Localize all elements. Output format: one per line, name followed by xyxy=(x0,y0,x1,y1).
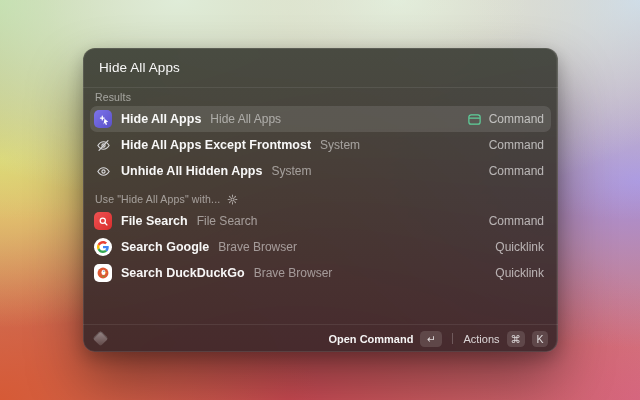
section-header-results: Results xyxy=(90,88,551,106)
result-row-file-search[interactable]: File Search File Search Command xyxy=(90,208,551,234)
google-icon xyxy=(94,238,112,256)
row-subtitle: Brave Browser xyxy=(218,240,297,254)
gear-icon[interactable] xyxy=(227,194,238,205)
row-title: Search DuckDuckGo xyxy=(121,266,245,280)
footer-divider xyxy=(452,333,453,344)
result-row-hide-except-frontmost[interactable]: Hide All Apps Except Frontmost System Co… xyxy=(90,132,551,158)
accessory-label: Quicklink xyxy=(495,240,544,254)
row-title: Unhide All Hidden Apps xyxy=(121,164,262,178)
accessory-label: Quicklink xyxy=(495,266,544,280)
open-command-label: Open Command xyxy=(328,333,413,345)
k-key-icon: K xyxy=(532,331,548,347)
launcher-window: Results Hide All Apps Hide All Apps Comm… xyxy=(83,48,558,352)
section-header-label: Use "Hide All Apps" with... xyxy=(95,193,220,205)
search-bar xyxy=(83,48,558,88)
row-subtitle: System xyxy=(271,164,311,178)
eye-icon xyxy=(94,162,112,180)
accessory-label: Command xyxy=(489,112,544,126)
file-search-icon xyxy=(94,212,112,230)
row-title: Hide All Apps Except Frontmost xyxy=(121,138,311,152)
accessory-label: Command xyxy=(489,164,544,178)
row-subtitle: System xyxy=(320,138,360,152)
result-row-search-google[interactable]: Search Google Brave Browser Quicklink xyxy=(90,234,551,260)
row-title: Search Google xyxy=(121,240,209,254)
accessory-label: Command xyxy=(489,214,544,228)
section-header-label: Results xyxy=(95,91,131,103)
eye-slash-icon xyxy=(94,136,112,154)
row-subtitle: Brave Browser xyxy=(254,266,333,280)
result-row-hide-all-apps[interactable]: Hide All Apps Hide All Apps Command xyxy=(90,106,551,132)
row-subtitle: File Search xyxy=(197,214,258,228)
open-command-button[interactable]: Open Command ↵ xyxy=(328,331,442,347)
app-window-icon xyxy=(467,112,482,127)
footer: Open Command ↵ Actions ⌘ K xyxy=(83,324,558,352)
row-accessory: Command xyxy=(467,112,544,127)
return-key-icon: ↵ xyxy=(420,331,442,347)
raycast-logo-icon xyxy=(93,331,109,347)
row-title: File Search xyxy=(121,214,188,228)
actions-button[interactable]: Actions ⌘ K xyxy=(463,331,548,347)
result-row-search-duckduckgo[interactable]: Search DuckDuckGo Brave Browser Quicklin… xyxy=(90,260,551,286)
duckduckgo-icon xyxy=(94,264,112,282)
row-subtitle: Hide All Apps xyxy=(210,112,281,126)
actions-label: Actions xyxy=(463,333,499,345)
hide-all-apps-icon xyxy=(94,110,112,128)
results-list: Results Hide All Apps Hide All Apps Comm… xyxy=(83,88,558,324)
accessory-label: Command xyxy=(489,138,544,152)
row-title: Hide All Apps xyxy=(121,112,201,126)
cmd-key-icon: ⌘ xyxy=(507,331,526,347)
result-row-unhide-all[interactable]: Unhide All Hidden Apps System Command xyxy=(90,158,551,184)
section-header-use-with: Use "Hide All Apps" with... xyxy=(90,190,551,208)
search-input[interactable] xyxy=(99,60,542,75)
